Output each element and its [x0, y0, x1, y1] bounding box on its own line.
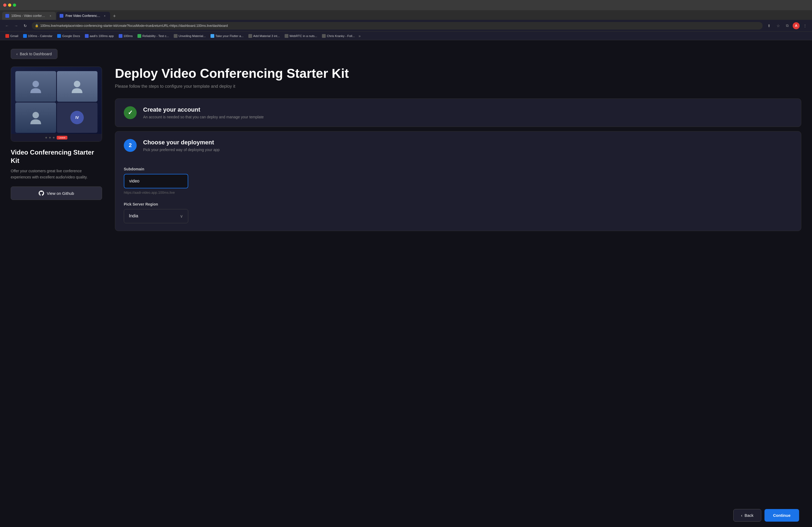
close-window-button[interactable] — [3, 3, 6, 7]
share-icon[interactable]: ⬆ — [765, 22, 773, 30]
bookmark-docs[interactable]: Google Docs — [55, 33, 82, 39]
svg-point-1 — [74, 81, 80, 87]
back-action-button[interactable]: ‹ Back — [733, 509, 761, 522]
person-silhouette-2 — [72, 80, 83, 93]
toolbar-dot-2 — [49, 137, 51, 138]
step-2-title: Choose your deployment — [143, 139, 220, 146]
subdomain-label: Subdomain — [124, 167, 188, 171]
iv-avatar: IV — [70, 111, 84, 124]
bookmark-webrtc[interactable]: WebRTC in a nuts... — [282, 33, 319, 39]
more-options-icon[interactable]: ⋮ — [801, 22, 809, 30]
svg-point-0 — [32, 81, 39, 87]
more-bookmarks-icon[interactable]: » — [358, 34, 362, 38]
material3-favicon — [248, 34, 252, 38]
step-1-card: ✓ Create your account An account is need… — [115, 99, 801, 127]
bookmark-docs-label: Google Docs — [62, 34, 80, 37]
reload-nav-button[interactable]: ↻ — [21, 22, 29, 30]
video-cell-4: IV — [57, 103, 98, 133]
back-action-icon: ‹ — [741, 513, 742, 517]
bookmark-chris[interactable]: Chris Kranky - Foll... — [320, 33, 357, 39]
forward-nav-button[interactable]: → — [12, 22, 20, 30]
subdomain-input[interactable] — [124, 174, 188, 189]
tab-2[interactable]: Free Video Conferencing Start... × — [56, 12, 110, 20]
bookmark-100ms-label: 100ms — [124, 34, 133, 37]
video-cell-2 — [57, 71, 98, 102]
bookmark-chris-label: Chris Kranky - Foll... — [327, 34, 355, 37]
github-icon — [39, 191, 44, 196]
right-panel: Deploy Video Conferencing Starter Kit Pl… — [115, 66, 801, 235]
preview-toolbar: Leave — [11, 134, 102, 141]
step-2-card: 2 Choose your deployment Pick your prefe… — [115, 131, 801, 231]
tab-2-close[interactable]: × — [103, 14, 107, 18]
bookmark-100ms[interactable]: 100ms — [117, 33, 135, 39]
tab-2-favicon — [60, 14, 63, 18]
page-title: Deploy Video Conferencing Starter Kit — [115, 66, 801, 81]
person-silhouette-1 — [30, 80, 41, 93]
toolbar-dot-1 — [45, 137, 47, 138]
bookmark-gmail[interactable]: Gmail — [3, 33, 20, 39]
view-on-github-button[interactable]: View on Github — [11, 186, 102, 200]
step-2-number: 2 — [129, 142, 132, 148]
bookmark-calendar[interactable]: 100ms - Calendar — [21, 33, 55, 39]
person-1 — [15, 71, 56, 102]
bookmark-reliability-label: Reliability - Test c... — [142, 34, 169, 37]
bookmark-material3[interactable]: Add Material 3 int... — [246, 33, 282, 39]
step-1-icon: ✓ — [124, 106, 137, 119]
bookmark-unveiling[interactable]: Unveiling Material... — [172, 33, 208, 39]
deployment-form: Subdomain https://aadi-video.app.100ms.l… — [124, 167, 188, 223]
bookmark-webrtc-label: WebRTC in a nuts... — [289, 34, 317, 37]
bookmark-aadi-app-label: aadi's 100ms app — [90, 34, 114, 37]
toolbar-dot-3 — [53, 137, 55, 138]
person-silhouette-3 — [30, 111, 41, 124]
extensions-icon[interactable]: ⧉ — [784, 22, 791, 30]
bookmark-icon[interactable]: ☆ — [774, 22, 782, 30]
bookmark-reliability[interactable]: Reliability - Test c... — [135, 33, 171, 39]
step-2-content: Choose your deployment Pick your preferr… — [143, 139, 220, 152]
kit-description: Offer your customers great live conferen… — [11, 168, 102, 180]
kit-title: Video Conferencing Starter Kit — [11, 148, 102, 165]
bookmark-aadi-app[interactable]: aadi's 100ms app — [83, 33, 116, 39]
unveiling-favicon — [174, 34, 177, 38]
tab-1[interactable]: 100ms - Video conferencing in... × — [2, 12, 56, 20]
profile-avatar[interactable]: A — [793, 22, 800, 29]
continue-button[interactable]: Continue — [765, 509, 799, 522]
flutter-favicon — [211, 34, 214, 38]
gmail-favicon — [5, 34, 9, 38]
step-1-content: Create your account An account is needed… — [143, 106, 793, 119]
nav-buttons: ← → ↻ — [3, 22, 29, 30]
docs-favicon — [57, 34, 61, 38]
back-chevron-icon: ‹ — [16, 52, 18, 56]
step-2-header: 2 Choose your deployment Pick your prefe… — [124, 139, 220, 152]
subdomain-hint: https://aadi-video.app.100ms.live — [124, 191, 188, 195]
region-select[interactable]: India ∨ — [124, 209, 188, 223]
address-bar[interactable]: 🔒 100ms.live/marketplace/video-conferenc… — [32, 22, 763, 30]
bookmark-flutter[interactable]: Take your Flutter a... — [208, 33, 246, 39]
webrtc-favicon — [285, 34, 288, 38]
traffic-lights — [3, 3, 16, 7]
back-nav-button[interactable]: ← — [3, 22, 11, 30]
bookmark-unveiling-label: Unveiling Material... — [178, 34, 206, 37]
kit-preview-image: IV Leave — [11, 66, 102, 142]
video-cell-3 — [15, 103, 56, 133]
left-panel: IV Leave Video Conferencing Starter Kit … — [11, 66, 102, 200]
new-tab-button[interactable]: + — [111, 12, 118, 20]
main-layout: IV Leave Video Conferencing Starter Kit … — [11, 66, 801, 235]
tab-1-label: 100ms - Video conferencing in... — [11, 14, 46, 18]
video-grid: IV — [11, 67, 102, 141]
chris-favicon — [322, 34, 326, 38]
back-to-dashboard-button[interactable]: ‹ Back to Dashboard — [11, 49, 57, 59]
maximize-window-button[interactable] — [13, 3, 16, 7]
aadi-app-favicon — [85, 34, 89, 38]
minimize-window-button[interactable] — [8, 3, 11, 7]
tab-2-label: Free Video Conferencing Start... — [66, 14, 100, 18]
tab-bar: 100ms - Video conferencing in... × Free … — [0, 10, 812, 20]
leave-button-preview: Leave — [57, 136, 68, 139]
browser-chrome: 100ms - Video conferencing in... × Free … — [0, 0, 812, 40]
reliability-favicon — [137, 34, 141, 38]
100ms-favicon — [119, 34, 122, 38]
tab-1-close[interactable]: × — [48, 14, 53, 18]
bookmark-gmail-label: Gmail — [10, 34, 18, 37]
browser-topbar — [0, 0, 812, 10]
page-content: ‹ Back to Dashboard — [0, 40, 812, 527]
region-value: India — [129, 214, 138, 219]
